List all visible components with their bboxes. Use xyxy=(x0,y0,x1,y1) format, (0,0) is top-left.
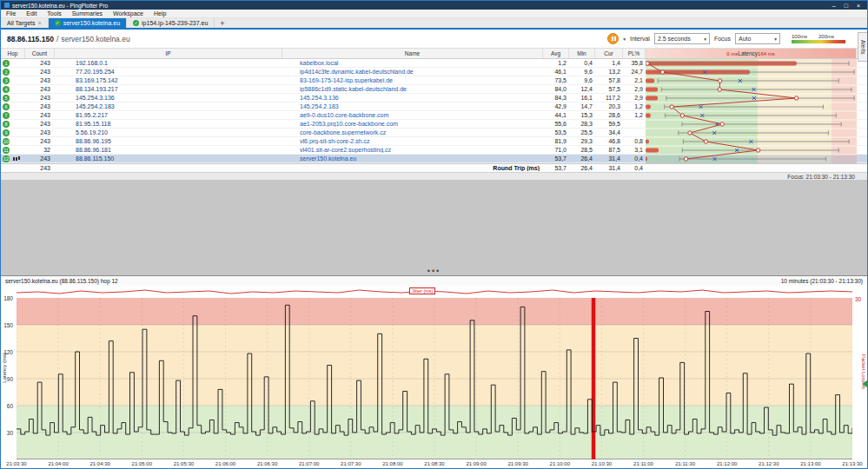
cur-cell: 31,4 xyxy=(595,155,623,162)
target-ip: 88.86.115.150 xyxy=(7,35,54,43)
focus-range-bar: Focus: 21:03:30 - 21:13:30 xyxy=(1,172,867,180)
chevron-down-icon[interactable]: ▾ xyxy=(623,36,626,42)
pl-cell: 24,7 xyxy=(623,69,646,75)
header-count[interactable]: Count xyxy=(25,49,55,58)
maximize-button[interactable]: □ xyxy=(845,2,848,10)
hop-cell: 4 xyxy=(1,86,25,93)
latency-axis-label: Latency (ms) xyxy=(2,353,7,383)
hop-cell: 5 xyxy=(1,95,25,102)
menu-item-summaries[interactable]: Summaries xyxy=(67,10,108,17)
menu-bar: FileEditToolsSummariesWorkspaceHelp xyxy=(1,10,867,18)
x-axis-tick: 21:05:00 xyxy=(132,461,152,466)
x-axis-tick: 21:10:30 xyxy=(592,461,612,466)
avg-cell: 46,1 xyxy=(543,69,569,75)
ip-cell: 88.134.193.217 xyxy=(55,86,282,92)
time-graph-plot[interactable] xyxy=(17,298,852,459)
pl-cell: 0,4 xyxy=(623,155,646,162)
cur-cell: 1,4 xyxy=(595,60,623,66)
new-tab-button[interactable]: + xyxy=(215,19,229,28)
tab-all-targets[interactable]: All Targets × xyxy=(1,18,49,28)
header-ip[interactable]: IP xyxy=(55,49,282,58)
hop-cell: 7 xyxy=(1,112,25,119)
avg-cell: 53,5 xyxy=(543,129,569,135)
hop-cell: 10 xyxy=(1,138,25,145)
x-axis-tick: 21:13:00 xyxy=(800,461,820,466)
latency-gradient-bar xyxy=(792,40,845,43)
splitter-handle[interactable]: ••• xyxy=(427,268,441,274)
menu-item-help[interactable]: Help xyxy=(149,10,171,17)
min-cell: 9,6 xyxy=(569,77,595,83)
summary-min: 26,4 xyxy=(569,165,595,171)
x-axis-tick: 21:08:00 xyxy=(382,461,402,466)
time-graph-title: server150.kotelna.eu (88.86.115.150) hop… xyxy=(5,278,118,284)
x-axis-tick: 21:05:30 xyxy=(174,461,194,466)
focus-select[interactable]: Auto ▾ xyxy=(735,33,780,44)
min-cell: 14,7 xyxy=(569,103,595,109)
header-name[interactable]: Name xyxy=(282,49,543,58)
legend-100ms: 100ms xyxy=(792,34,807,39)
hop-cell: 8 xyxy=(1,121,25,128)
panel-background: ••• xyxy=(1,180,867,275)
header-hop[interactable]: Hop xyxy=(1,49,25,58)
tab-label: server150.kotelna.eu xyxy=(63,20,120,26)
y-axis-tick: 90 xyxy=(7,376,13,382)
minimize-button[interactable]: – xyxy=(832,2,836,10)
pl-cell: 2,1 xyxy=(623,77,646,83)
count-cell: 32 xyxy=(25,147,55,153)
pl-cell: 0,8 xyxy=(623,138,646,144)
graph-scale-handle-icon[interactable] xyxy=(862,380,867,387)
min-cell: 9,6 xyxy=(569,69,595,75)
menu-item-edit[interactable]: Edit xyxy=(21,10,42,17)
x-axis-tick: 21:09:30 xyxy=(508,461,528,466)
x-axis-tick: 21:12:00 xyxy=(717,461,737,466)
hop-cell: 12 xyxy=(1,155,25,162)
window-title: server150.kotelna.eu - PingPlotter Pro xyxy=(12,3,108,9)
count-cell: 243 xyxy=(25,95,55,101)
close-button[interactable]: × xyxy=(857,2,860,10)
tab-label: All Targets xyxy=(7,20,36,26)
app-icon xyxy=(4,3,10,8)
chevron-down-icon: ▾ xyxy=(774,36,777,42)
latency-scale-legend: 100ms 200ms xyxy=(792,34,845,43)
ip-cell: 88.86.96.181 xyxy=(55,147,282,153)
tab-server150[interactable]: ✓ server150.kotelna.eu xyxy=(49,18,127,28)
x-axis-tick: 21:10:00 xyxy=(550,461,570,466)
packet-loss-max-tick: 30 xyxy=(855,296,861,302)
header-min[interactable]: Min xyxy=(569,49,595,58)
hostname-cell: core-backbone.supernetwork.cz xyxy=(282,129,543,135)
hop-cell: 3 xyxy=(1,77,25,84)
hostname-cell: 83-169-175-142-isp.superkabel.de xyxy=(282,77,543,83)
interval-select[interactable]: 2.5 seconds ▾ xyxy=(654,33,710,44)
jitter-legend-badge[interactable]: Jitter (ms) xyxy=(409,287,435,294)
chevron-down-icon: ▾ xyxy=(704,36,706,42)
hop-badge: 5 xyxy=(3,95,10,102)
alerts-side-tab[interactable]: Alerts xyxy=(858,32,867,62)
title-bar: server150.kotelna.eu - PingPlotter Pro –… xyxy=(1,1,867,10)
hop-cell: 11 xyxy=(1,147,25,154)
header-avg[interactable]: Avg xyxy=(543,49,569,58)
menu-item-tools[interactable]: Tools xyxy=(42,10,66,17)
pl-cell: 2,9 xyxy=(623,95,646,101)
x-axis-tick: 21:07:00 xyxy=(299,461,319,466)
count-cell: 243 xyxy=(25,129,55,135)
latency-min-label: 0 ms xyxy=(726,51,738,56)
x-axis-tick: 21:04:30 xyxy=(90,461,110,466)
focus-value: Auto xyxy=(739,36,751,42)
cur-cell: 117,2 xyxy=(595,95,623,101)
tab-ip154[interactable]: ✓ ip154.ip-145-239-237.eu xyxy=(127,18,215,28)
close-icon[interactable]: × xyxy=(38,20,42,26)
pl-cell: 35,8 xyxy=(623,60,646,66)
header-pl[interactable]: PL% xyxy=(623,49,646,58)
header-cur[interactable]: Cur xyxy=(595,49,623,58)
x-axis-tick: 21:07:30 xyxy=(341,461,361,466)
menu-item-file[interactable]: File xyxy=(1,10,21,17)
min-cell: 25,5 xyxy=(569,129,595,135)
x-axis-tick: 21:12:30 xyxy=(759,461,779,466)
hop-badge: 6 xyxy=(3,103,10,110)
hostname-cell: kabelbox.local xyxy=(282,60,543,66)
tab-bar: All Targets × ✓ server150.kotelna.eu ✓ i… xyxy=(1,18,867,30)
ip-cell: 81.95.2.217 xyxy=(55,112,282,118)
pause-button[interactable] xyxy=(607,33,619,44)
pingplotter-window: server150.kotelna.eu - PingPlotter Pro –… xyxy=(0,0,868,469)
menu-item-workspace[interactable]: Workspace xyxy=(108,10,149,17)
